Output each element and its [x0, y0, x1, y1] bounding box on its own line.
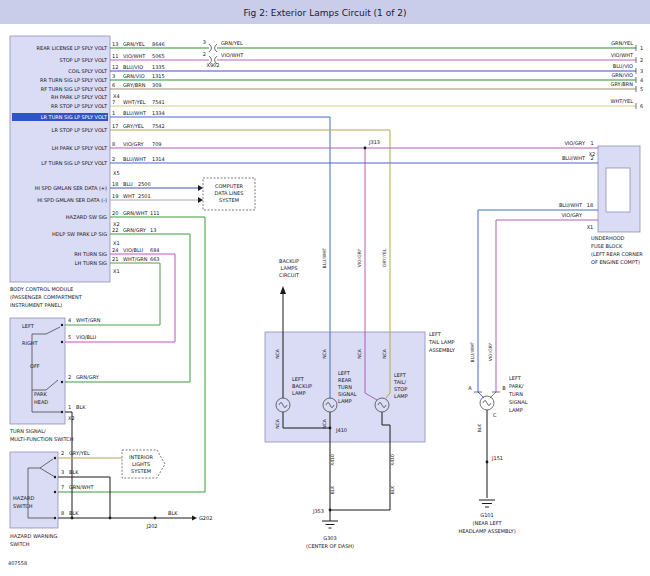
wire-color: VIO/BLU: [123, 247, 143, 253]
bcm-pin-annotations: 13GRN/YEL8646 11VIO/WHT5065 12BLU/VIO133…: [112, 41, 165, 274]
circuit-number: 663: [150, 256, 160, 262]
stop-lamp-label: LEFT: [394, 372, 407, 378]
junction-dot: [364, 147, 367, 150]
circuit-number: 1315: [152, 73, 165, 79]
circuit-number: 7542: [152, 123, 165, 129]
ground-symbol-g303: [322, 521, 338, 528]
wire-color: VIO/BLU: [76, 334, 96, 340]
pin-number: 12: [112, 64, 118, 70]
pin-letter-c: C: [493, 412, 497, 418]
hazard-switch-block: [10, 452, 58, 528]
page-title: Fig 2: Exterior Lamps Circuit (1 of 2): [244, 8, 407, 18]
pin-number: 24: [112, 247, 118, 253]
bcm-row-label: RH TURN SIG: [74, 251, 107, 257]
hazard-switch-name: HAZARD WARNING: [10, 533, 57, 539]
circuit-number: 2501: [138, 193, 151, 199]
wire-color: VIO/GRY: [561, 212, 583, 218]
bcm-row-label: RF TURN SIG LP SPLY VOLT: [41, 86, 108, 92]
ground-location: (CENTER OF DASH): [306, 543, 354, 549]
bcm-row-label: LR STOP LP SPLY VOLT: [52, 127, 108, 133]
bcm-name: (PASSENGER COMPARTMENT: [10, 294, 83, 300]
junction-dot: [154, 517, 157, 520]
bcm-row-label: LF TURN SIG LP SPLY VOLT: [41, 160, 108, 166]
wire-color: GRN/WHT: [123, 210, 148, 216]
connector-tag-x410: X410: [330, 454, 335, 466]
bcm-row-label: HAZARD SW SIG: [66, 214, 107, 220]
pin-number: 6: [112, 82, 115, 88]
pin-number: 19: [112, 193, 118, 199]
front-lamp-name: PARK/: [509, 383, 524, 389]
hazard-switch-inner-label: SWITCH: [13, 503, 33, 509]
pin-number: 17: [112, 123, 118, 129]
stop-lamp-label: LAMP: [394, 393, 408, 399]
wire-color: WHT: [123, 193, 136, 199]
wire-color: WHT/YEL: [611, 98, 634, 104]
wire-color: GRN/YEL: [611, 40, 633, 46]
circuit-number: 5065: [152, 53, 165, 59]
stop-lamp-label: STOP: [394, 386, 407, 392]
contact-dot: [61, 324, 63, 326]
wire-color: BLU: [123, 181, 133, 187]
inline-pin: 3: [203, 39, 206, 45]
pin-number: 4: [68, 317, 71, 323]
fuse-block-name: FUSE BLOCK: [591, 243, 623, 249]
bcm-row-label: RR STOP LP SPLY VOLT: [51, 103, 108, 109]
wire-color: GRN/YEL: [123, 41, 145, 47]
connector-tag-x410: X410: [390, 454, 395, 466]
pin-tag-nca: NCA: [275, 418, 280, 429]
junction-label-j410: J410: [335, 427, 347, 433]
wire-color: VIO/WHT: [123, 53, 146, 59]
arrowhead: [198, 197, 203, 203]
circuit-number: 7541: [152, 99, 165, 105]
stop-lamp-label: TAIL/: [393, 379, 406, 385]
pin-number: 8: [61, 510, 64, 516]
contact-dot: [61, 381, 63, 383]
wire-color: WHT/GRN: [123, 256, 148, 262]
bcm-connector-x1: X1: [113, 268, 120, 274]
connector-break-mark: [209, 44, 212, 52]
wire-tag-blk: BLK: [168, 510, 178, 516]
ground-location: HEADLAMP ASSEMBLY): [458, 528, 515, 534]
wire-color: VIO/WHT: [611, 52, 634, 58]
wire-color: VIO/GRY: [564, 140, 586, 146]
wire-vio-gry-fuse-out: [490, 220, 598, 398]
front-lamp-name: LAMP: [509, 407, 523, 413]
circuit-number: 1335: [152, 64, 165, 70]
pin-number: 4: [640, 77, 643, 83]
wire-tag-gry-yel: GRY/YEL: [382, 248, 387, 267]
ground-label-g303: G303: [323, 535, 336, 541]
pin-number: 2: [590, 155, 593, 161]
bcm-row-label: RH PARK LP SPLY VOLT: [51, 94, 108, 100]
arrowhead: [198, 185, 203, 191]
switch-position: PARK: [34, 391, 48, 397]
right-edge-pins: GRN/YEL1 VIO/WHT2 BLU/VIO3 GRN/VIO4 GRY/…: [611, 40, 644, 109]
bcm-row-label-highlighted: LR TURN SIG LP SPLY VOLT: [41, 114, 108, 120]
circuit-number: 684: [150, 247, 160, 253]
pin-number: 2: [61, 450, 64, 456]
circuit-number: 13: [150, 227, 156, 233]
fuse-block-name: UNDERHOOD: [591, 235, 625, 241]
bcm-row-label: COIL SPLY VOLT: [68, 68, 108, 74]
pin-tag-nca: NCA: [357, 348, 362, 359]
interior-box-label: SYSTEM: [131, 468, 151, 474]
pin-number: 1: [590, 140, 593, 146]
pin-number: 20: [112, 210, 118, 216]
junction-label-j151: J151: [491, 455, 503, 461]
inline-wire-label: GRN/YEL: [221, 40, 243, 46]
wire-color: GRY/BRN: [611, 81, 634, 87]
wire-tag-blu-wht: BLU/WHT: [470, 341, 475, 362]
bcm-row-label: LH PARK LP SPLY VOLT: [52, 145, 108, 151]
pin-number: 3: [112, 73, 115, 79]
pin-number: 22: [112, 227, 118, 233]
wire-color: BLK: [69, 510, 79, 516]
junction-label-j353: J353: [312, 508, 324, 514]
switch-position: OFF: [30, 363, 40, 369]
fuse-block-name: (LEFT REAR CORNER: [591, 251, 643, 257]
ground-arrowhead: [192, 516, 197, 521]
wire-tag-blk: BLK: [330, 485, 335, 495]
tail-assembly-name: TAIL LAMP: [428, 339, 455, 345]
turn-switch-name: TURN SIGNAL/: [9, 428, 46, 434]
front-park-turn-lamp: BLU/WHT VIO/GRY A B C BLK J151 LEFT PARK…: [468, 341, 527, 463]
pin-number: 2: [640, 57, 643, 63]
bcm-row-label: HI SPD GMLAN SER DATA (+): [35, 185, 107, 191]
